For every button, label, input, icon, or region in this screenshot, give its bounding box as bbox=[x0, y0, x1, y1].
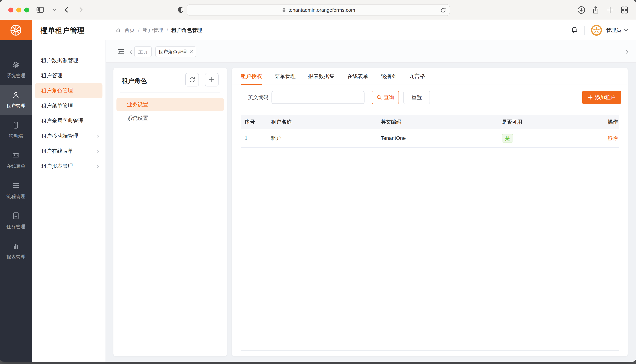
tab-label: 菜单管理 bbox=[275, 73, 296, 80]
search-toolbar: 英文编码 查询 重置 添加租户 bbox=[241, 90, 621, 104]
role-item-system-settings[interactable]: 系统设置 bbox=[116, 112, 224, 125]
breadcrumb-home[interactable]: 首页 bbox=[124, 27, 135, 34]
submenu-item-label: 租户在线表单 bbox=[41, 148, 73, 154]
close-icon[interactable] bbox=[189, 50, 193, 54]
reset-button[interactable]: 重置 bbox=[403, 90, 430, 104]
breadcrumb-item[interactable]: 租户管理 bbox=[143, 27, 163, 34]
app-logo[interactable] bbox=[0, 20, 32, 40]
tenant-authorization-panel: 租户授权 菜单管理 报表数据集 在线表单 轮播图 九宫格 英文编码 查询 bbox=[232, 68, 628, 356]
role-item-label: 系统设置 bbox=[127, 114, 148, 122]
chevron-right-icon bbox=[96, 149, 100, 153]
user-menu-chevron-icon[interactable] bbox=[624, 28, 628, 32]
tab-scroll-left-icon[interactable] bbox=[129, 50, 133, 54]
forward-icon[interactable] bbox=[77, 6, 85, 14]
reload-icon[interactable] bbox=[440, 7, 446, 13]
user-name[interactable]: 管理员 bbox=[606, 27, 621, 34]
status-badge: 是 bbox=[502, 134, 513, 142]
tab-label: 报表数据集 bbox=[308, 73, 335, 80]
rail-item-tasks[interactable]: 任务管理 bbox=[0, 206, 32, 236]
submenu-item-tenant-role[interactable]: 租户角色管理 bbox=[35, 83, 102, 98]
refresh-button[interactable] bbox=[185, 73, 199, 86]
user-icon bbox=[12, 90, 20, 99]
submenu-item-label: 租户全局字典管理 bbox=[41, 117, 84, 124]
rail-item-workflow[interactable]: 流程管理 bbox=[0, 176, 32, 206]
query-button[interactable]: 查询 bbox=[372, 90, 399, 104]
browser-chrome: tenantadmin.orangeforms.com bbox=[0, 0, 636, 20]
role-item-label: 业务设置 bbox=[127, 101, 148, 108]
home-icon bbox=[115, 28, 121, 33]
cell-actions: 移除 bbox=[581, 135, 619, 142]
rail-item-online-form[interactable]: 在线表单 bbox=[0, 145, 32, 176]
col-header-index: 序号 bbox=[241, 118, 271, 125]
tab-online-form[interactable]: 在线表单 bbox=[347, 68, 368, 84]
minimize-window-button[interactable] bbox=[16, 8, 21, 12]
breadcrumb-current: 租户角色管理 bbox=[171, 27, 202, 34]
back-icon[interactable] bbox=[63, 6, 70, 14]
col-header-code: 英文编码 bbox=[381, 118, 502, 125]
reset-button-label: 重置 bbox=[411, 94, 422, 101]
header-divider bbox=[584, 26, 585, 35]
breadcrumb-separator: / bbox=[138, 28, 139, 33]
chevron-right-icon bbox=[96, 164, 100, 168]
rail-item-label: 系统管理 bbox=[7, 72, 25, 79]
rail-item-tenant-management[interactable]: 租户管理 bbox=[0, 85, 32, 115]
col-header-actions: 操作 bbox=[581, 118, 619, 125]
submenu-item-tenant-mobile[interactable]: 租户移动端管理 bbox=[32, 128, 105, 144]
panel-title: 租户角色 bbox=[122, 77, 147, 85]
add-role-button[interactable] bbox=[205, 73, 219, 86]
rail-item-label: 报表管理 bbox=[7, 254, 25, 260]
task-doc-icon bbox=[12, 212, 20, 220]
nav-rail: 系统管理 租户管理 移动端 bbox=[0, 40, 32, 362]
notification-bell-icon[interactable] bbox=[570, 26, 578, 34]
downloads-icon[interactable] bbox=[577, 5, 586, 15]
submenu-item-label: 租户管理 bbox=[41, 72, 62, 79]
add-tenant-button[interactable]: 添加租户 bbox=[582, 90, 621, 104]
shield-icon[interactable] bbox=[177, 6, 184, 14]
tab-carousel[interactable]: 轮播图 bbox=[381, 68, 397, 84]
submenu: 租户数据源管理 租户管理 租户角色管理 租户菜单管理 租户全局字典管理 租户移动… bbox=[32, 40, 106, 362]
submenu-item-datasource[interactable]: 租户数据源管理 bbox=[32, 53, 105, 68]
card-bottom-divider bbox=[241, 350, 619, 351]
rail-item-label: 流程管理 bbox=[7, 193, 25, 200]
submenu-item-label: 租户数据源管理 bbox=[41, 57, 78, 64]
chevron-down-icon[interactable] bbox=[53, 8, 57, 12]
cell-tenant-name: 租户一 bbox=[271, 135, 381, 142]
rail-item-mobile[interactable]: 移动端 bbox=[0, 115, 32, 145]
rail-item-system-management[interactable]: 系统管理 bbox=[0, 55, 32, 85]
collapse-menu-icon[interactable] bbox=[117, 48, 125, 56]
sidebar-toggle-icon[interactable] bbox=[36, 5, 45, 14]
remove-link[interactable]: 移除 bbox=[608, 135, 618, 141]
close-window-button[interactable] bbox=[8, 8, 13, 12]
zoom-window-button[interactable] bbox=[24, 8, 29, 12]
tab-scroll-right-icon[interactable] bbox=[625, 50, 629, 54]
tab-menu-management[interactable]: 菜单管理 bbox=[275, 68, 296, 84]
rail-item-label: 租户管理 bbox=[7, 103, 25, 109]
tab-home[interactable]: 主页 bbox=[134, 46, 152, 57]
submenu-item-tenant-online-form[interactable]: 租户在线表单 bbox=[32, 144, 105, 158]
tab-label: 轮播图 bbox=[381, 73, 397, 80]
toolbar-divider bbox=[49, 5, 49, 15]
cell-available: 是 bbox=[502, 134, 581, 142]
plus-icon bbox=[588, 95, 593, 100]
new-tab-icon[interactable] bbox=[605, 5, 615, 15]
avatar[interactable] bbox=[591, 24, 602, 36]
lock-icon bbox=[282, 8, 286, 12]
submenu-item-tenant-menu[interactable]: 租户菜单管理 bbox=[32, 98, 105, 113]
tab-label: 租户授权 bbox=[241, 73, 262, 80]
address-bar[interactable]: tenantadmin.orangeforms.com bbox=[187, 4, 450, 16]
submenu-item-label: 租户角色管理 bbox=[41, 87, 73, 94]
col-header-name: 租户名称 bbox=[271, 118, 381, 125]
tab-report-dataset[interactable]: 报表数据集 bbox=[308, 68, 335, 84]
tab-tenant-authorization[interactable]: 租户授权 bbox=[241, 68, 262, 84]
submenu-item-global-dict[interactable]: 租户全局字典管理 bbox=[32, 113, 105, 128]
tab-tenant-role-management[interactable]: 租户角色管理 bbox=[155, 46, 196, 57]
share-icon[interactable] bbox=[591, 5, 600, 15]
tab-overview-icon[interactable] bbox=[620, 5, 629, 15]
orange-wheel-icon bbox=[9, 24, 23, 37]
role-item-business-settings[interactable]: 业务设置 bbox=[116, 98, 224, 112]
tab-nine-grid[interactable]: 九宫格 bbox=[409, 68, 425, 84]
submenu-item-tenant[interactable]: 租户管理 bbox=[32, 68, 105, 83]
submenu-item-tenant-report[interactable]: 租户报表管理 bbox=[32, 158, 105, 174]
english-code-input[interactable] bbox=[272, 91, 364, 104]
rail-item-reports[interactable]: 报表管理 bbox=[0, 236, 32, 266]
